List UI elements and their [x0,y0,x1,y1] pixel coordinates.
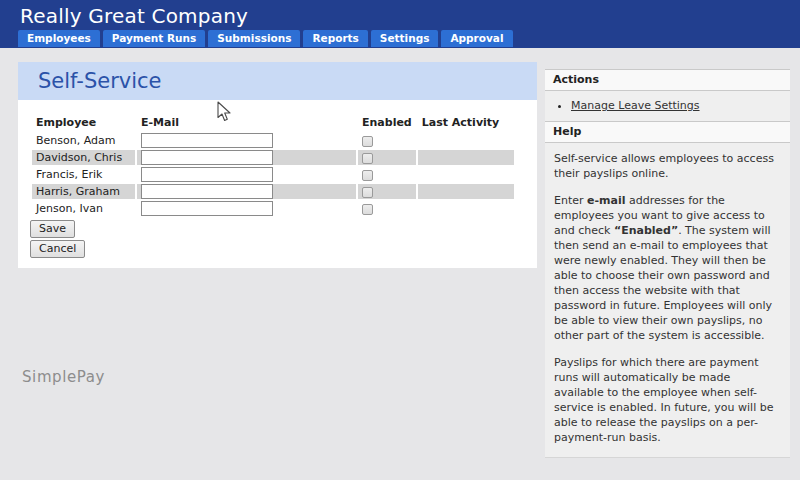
main-nav: Employees Payment Runs Submissions Repor… [18,30,513,47]
employee-name: Benson, Adam [32,133,135,148]
sidebar: Actions Manage Leave Settings Help Self-… [545,69,790,458]
nav-tab-submissions[interactable]: Submissions [208,30,300,47]
table-row: Benson, Adam [32,133,514,148]
nav-tab-settings[interactable]: Settings [371,30,439,47]
help-paragraph: Enter e-mail addresses for the employees… [554,193,781,343]
save-button[interactable]: Save [30,220,75,238]
employee-table: Employee E-Mail Enabled Last Activity Be… [30,112,516,218]
enabled-checkbox[interactable] [362,187,373,198]
help-paragraph: Payslips for which there are payment run… [554,355,781,445]
last-activity-value [418,133,514,148]
actions-section-header: Actions [545,69,790,91]
enabled-checkbox[interactable] [362,204,373,215]
action-list-item: Manage Leave Settings [571,99,782,112]
nav-tab-approval[interactable]: Approval [441,30,512,47]
email-input[interactable] [141,201,273,216]
email-input[interactable] [141,167,273,182]
company-title: Really Great Company [20,4,248,28]
column-header-employee: Employee [32,114,135,131]
table-row: Davidson, Chris [32,150,514,165]
nav-tab-payment-runs[interactable]: Payment Runs [103,30,206,47]
email-input[interactable] [141,133,273,148]
help-section-header: Help [545,121,790,143]
employee-name: Francis, Erik [32,167,135,182]
last-activity-value [418,201,514,216]
enabled-checkbox[interactable] [362,153,373,164]
app-header: Really Great Company Employees Payment R… [0,0,800,48]
self-service-panel: Self-Service Employee E-Mail Enabled Las… [18,62,537,268]
employee-name: Jenson, Ivan [32,201,135,216]
enabled-checkbox[interactable] [362,136,373,147]
employee-name: Harris, Graham [32,184,135,199]
last-activity-value [418,167,514,182]
actions-section-body: Manage Leave Settings [545,91,790,121]
page-title: Self-Service [38,69,162,93]
table-row: Francis, Erik [32,167,514,182]
column-header-email: E-Mail [137,114,356,131]
help-section-body: Self-service allows employees to access … [545,143,790,458]
help-paragraph: Self-service allows employees to access … [554,151,781,181]
email-input[interactable] [141,150,273,165]
last-activity-value [418,150,514,165]
manage-leave-settings-link[interactable]: Manage Leave Settings [571,99,700,112]
simplepay-logo: SimplePay [22,368,105,386]
page-title-banner: Self-Service [18,62,537,100]
enabled-checkbox[interactable] [362,170,373,181]
table-row: Harris, Graham [32,184,514,199]
table-header-row: Employee E-Mail Enabled Last Activity [32,114,514,131]
column-header-enabled: Enabled [358,114,416,131]
column-header-last-activity: Last Activity [418,114,514,131]
email-input[interactable] [141,184,273,199]
table-row: Jenson, Ivan [32,201,514,216]
nav-tab-employees[interactable]: Employees [18,30,100,47]
last-activity-value [418,184,514,199]
employee-name: Davidson, Chris [32,150,135,165]
nav-tab-reports[interactable]: Reports [303,30,367,47]
cancel-button[interactable]: Cancel [30,240,85,258]
